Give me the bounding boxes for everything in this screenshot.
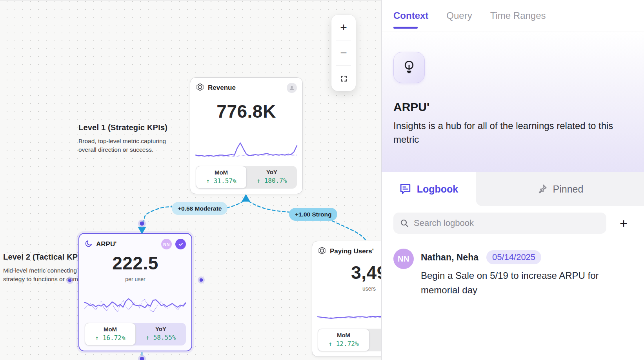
sparkline	[85, 296, 186, 317]
up-arrow-icon: ↑	[146, 334, 149, 341]
moon-icon	[85, 240, 93, 249]
add-entry-button[interactable]: +	[615, 215, 632, 232]
pin-icon	[537, 184, 548, 195]
subtab-pinned[interactable]: Pinned	[476, 172, 644, 206]
subtab-logbook[interactable]: Logbook	[382, 172, 476, 206]
connection-handle[interactable]	[140, 222, 144, 226]
metric-description: Insights is a hub for all of the learnin…	[393, 119, 626, 147]
metric-card-revenue[interactable]: Revenue 776.8K MoM ↑ 31.57% YoY	[190, 77, 303, 194]
yoy-stat[interactable]: YoY ↑ 58.55%	[136, 323, 186, 345]
metric-value: 222.5	[85, 253, 186, 274]
avatar: NN	[393, 249, 414, 269]
tab-query[interactable]: Query	[446, 0, 472, 31]
search-icon	[400, 218, 409, 228]
mom-stat[interactable]: MoM ↑ 31.57%	[196, 166, 247, 189]
entry-date-chip[interactable]: 05/14/2025	[486, 250, 541, 264]
connection-handle[interactable]	[200, 278, 203, 282]
zoom-out-button[interactable]: −	[331, 40, 356, 65]
level1-annotation: Level 1 (Strategic KPIs) Broad, top-leve…	[78, 123, 176, 154]
hexagon-metric-icon	[318, 246, 326, 256]
search-box[interactable]	[393, 213, 606, 234]
logbook-icon	[399, 183, 411, 195]
up-arrow-icon: ↑	[328, 340, 332, 347]
card-title: ARPU'	[96, 240, 116, 248]
card-title: Revenue	[208, 84, 236, 92]
connection-ring	[139, 220, 145, 227]
logbook-search-row: +	[393, 213, 632, 234]
metric-tree-canvas[interactable]: Level 1 (Strategic KPIs) Broad, top-leve…	[0, 0, 381, 360]
connection-ring	[139, 356, 145, 360]
logbook-entry[interactable]: NN Nathan, Neha 05/14/2025 Begin a Sale …	[393, 249, 632, 297]
metric-value: 776.8K	[196, 101, 297, 122]
mom-stat[interactable]: MoM ↑ 12.72%	[318, 329, 369, 351]
owner-avatar-icon[interactable]	[287, 83, 297, 93]
hexagon-metric-icon	[196, 83, 204, 93]
fit-view-button[interactable]	[331, 66, 356, 91]
app: Level 1 (Strategic KPIs) Broad, top-leve…	[0, 0, 644, 360]
tab-context[interactable]: Context	[393, 0, 428, 31]
metric-hero: ARPU' Insights is a hub for all of the l…	[382, 31, 644, 172]
card-title: Paying Users'	[330, 247, 374, 255]
metric-card-arpu[interactable]: ARPU' NN 222.5 per user MoM ↑ 16.72%	[78, 233, 192, 351]
entry-text: Begin a Sale on 5/19 to increase ARPU fo…	[421, 268, 617, 297]
up-arrow-icon: ↑	[95, 334, 99, 342]
edge-label-moderate[interactable]: +0.58 Moderate	[172, 202, 227, 215]
edge-arrowhead-revenue	[242, 194, 250, 202]
stat-toggle: MoM ↑ 31.57% YoY ↑ 180.7%	[196, 166, 297, 189]
yoy-stat[interactable]: YoY ↑ 180.7%	[247, 166, 297, 189]
canvas-zoom-controls: + −	[331, 15, 356, 91]
zoom-in-button[interactable]: +	[331, 15, 356, 40]
entry-author: Nathan, Neha	[421, 252, 478, 263]
connection-handle[interactable]	[140, 357, 144, 360]
tab-time-ranges[interactable]: Time Ranges	[490, 0, 546, 31]
metric-name: ARPU'	[393, 100, 632, 114]
panel-tabbar: Context Query Time Ranges	[382, 0, 644, 31]
level1-description: Broad, top-level metric capturing overal…	[78, 137, 172, 154]
context-panel: Context Query Time Ranges ARPU' Insights…	[381, 0, 644, 360]
level2-description: Mid-level metric connecting strategy to …	[3, 266, 82, 284]
verified-badge-icon[interactable]	[175, 239, 186, 249]
up-arrow-icon: ↑	[257, 177, 260, 184]
edge-revenue-paying	[249, 201, 366, 241]
connection-ring	[198, 277, 204, 283]
fullscreen-icon	[340, 75, 347, 82]
search-input[interactable]	[414, 218, 600, 228]
sparkline	[196, 139, 297, 160]
level1-title: Level 1 (Strategic KPIs)	[78, 123, 176, 132]
up-arrow-icon: ↑	[206, 177, 210, 185]
active-tab-underline	[393, 27, 418, 29]
edge-label-strong[interactable]: +1.00 Strong	[289, 208, 337, 221]
insights-tile	[393, 52, 425, 83]
logbook-pinned-tabs: Logbook Pinned	[382, 172, 644, 206]
metric-unit: per user	[85, 276, 186, 282]
lightbulb-icon	[402, 60, 416, 75]
stat-toggle: MoM ↑ 16.72% YoY ↑ 58.55%	[85, 323, 186, 345]
collaborator-badge[interactable]: NN	[161, 239, 172, 249]
mom-stat[interactable]: MoM ↑ 16.72%	[85, 323, 136, 345]
